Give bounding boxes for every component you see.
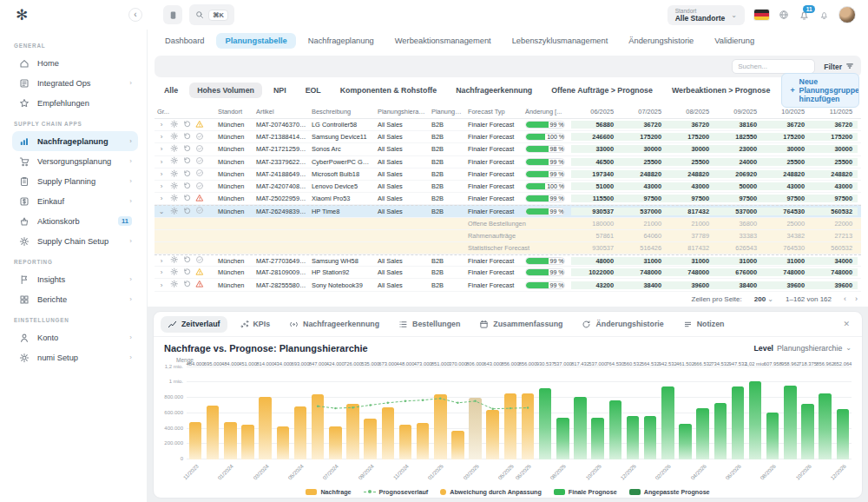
row-settings-icon[interactable] [170,144,179,155]
sidebar-item-home[interactable]: Home [12,53,138,73]
close-panel-icon[interactable]: ✕ [843,320,853,328]
filter-button[interactable]: Filter [824,62,854,72]
sidebar-item-aktionskorb[interactable]: Aktionskorb11 [12,211,138,231]
expand-row-icon[interactable]: › [155,145,168,153]
detail-tab-nachfrageerkennung[interactable]: Nachfrageerkennung [282,316,386,333]
column-header-month[interactable]: 09/2025 [714,108,762,116]
table-row[interactable]: ›MünchenMAT-242074083675Lenovo Device5Al… [155,181,861,193]
column-header-month[interactable]: 11/2025 [810,108,858,116]
table-row[interactable]: ›MünchenMAT-282555806714Sony Notebook39A… [155,279,861,291]
filter-tab-komponenten-rohstoffe[interactable]: Komponenten & Rohstoffe [332,83,444,98]
row-history-icon[interactable] [183,207,192,217]
tab-werbeaktionsmanagement[interactable]: Werbeaktionsmanagement [386,33,500,49]
row-settings-icon[interactable] [170,207,179,217]
docs-icon[interactable] [163,5,182,24]
sidebar-collapse-button[interactable]: ‹ [128,8,142,22]
row-history-icon[interactable] [183,280,192,290]
tab-lebenszyklusmanagement[interactable]: Lebenszyklusmanagement [503,33,617,49]
expand-row-icon[interactable]: › [155,121,168,129]
detail-tab-notizen[interactable]: Notizen [676,316,732,333]
row-history-icon[interactable] [183,182,192,192]
column-header-month[interactable]: 07/2025 [619,108,667,116]
row-settings-icon[interactable] [170,156,179,167]
row-settings-icon[interactable] [170,120,179,130]
row-history-icon[interactable] [183,120,192,130]
table-row[interactable]: ›MünchenMAT-207463703311LG Controller58A… [155,119,861,131]
filter-tab-eol[interactable]: EOL [298,83,329,98]
sidebar-item-empfehlungen[interactable]: Empfehlungen [12,93,138,113]
next-page-button[interactable]: › [855,294,858,303]
filter-tab-hohes-volumen[interactable]: Hohes Volumen [189,83,262,98]
row-history-icon[interactable] [183,194,192,204]
expand-row-icon[interactable]: › [155,170,168,178]
alerts-bell-icon[interactable] [819,10,829,20]
table-row[interactable]: ›MünchenMAT-213884145648Samsung Device11… [155,131,861,143]
table-row[interactable]: ›MünchenMAT-250229597325Xiaomi Pro53All … [155,193,861,205]
expand-row-icon[interactable]: › [155,281,168,289]
tab-dashboard[interactable]: Dashboard [156,33,213,49]
search-input[interactable] [732,59,815,74]
row-settings-icon[interactable] [170,182,179,192]
tab-nderungshistorie[interactable]: Änderungshistorie [620,33,702,49]
table-row[interactable]: ›MünchenMAT-233796222353CyberPowerPC Gam… [155,156,861,168]
row-settings-icon[interactable] [170,194,179,204]
expand-row-icon[interactable]: › [155,257,168,265]
row-history-icon[interactable] [183,144,192,155]
globe-icon[interactable] [779,10,789,20]
column-header-month[interactable]: 10/2025 [762,108,810,116]
row-settings-icon[interactable] [170,169,179,180]
rows-per-page-select[interactable]: 200 ⌄ [754,295,773,303]
row-settings-icon[interactable] [170,255,179,266]
detail-tab-bestellungen[interactable]: Bestellungen [391,316,467,333]
sidebar-item-numi-setup[interactable]: numi Setup› [12,347,138,367]
detail-tab-zusammenfassung[interactable]: Zusammenfassung [472,316,569,333]
sidebar-item-konto[interactable]: Konto› [12,327,138,347]
tab-nachfrageplanung[interactable]: Nachfrageplanung [299,33,383,49]
sidebar-item-versorgungsplanung[interactable]: Versorgungsplanung› [12,151,138,171]
filter-tab-alle[interactable]: Alle [156,83,186,98]
add-planning-group-button[interactable]: +Neue Planungsgruppe hinzufügen▾ [781,73,859,108]
global-search[interactable]: ⌘K [189,4,234,25]
table-row[interactable]: ›MünchenMAT-217212593385Sonos ArcAll Sal… [155,143,861,155]
row-settings-icon[interactable] [170,132,179,142]
table-row[interactable]: ›MünchenMAT-277036492039Samsung WH58All … [155,254,861,267]
standort-selector[interactable]: Standort Alle Standorte ⌄ [667,5,745,25]
table-row[interactable]: ⌄MünchenMAT-26249839949HP Time8All Sales… [155,205,861,217]
row-history-icon[interactable] [183,255,192,266]
expand-row-icon[interactable]: › [155,158,168,166]
sidebar-item-nachfrageplanung[interactable]: Nachfrageplanung› [12,131,138,151]
sidebar-item-berichte[interactable]: Berichte› [12,289,138,309]
user-avatar[interactable] [838,6,856,23]
row-history-icon[interactable] [183,169,192,180]
sidebar-item-supply-planning[interactable]: Supply Planning› [12,171,138,191]
level-selector[interactable]: Level Planungshierarchie ⌄ [753,344,852,353]
detail-tab-nderungshistorie[interactable]: Änderungshistorie [575,316,670,333]
column-header-month[interactable]: 06/2025 [571,108,619,116]
expand-row-icon[interactable]: › [155,195,168,202]
expand-row-icon[interactable]: › [155,268,168,276]
sidebar-item-einkauf[interactable]: Einkauf› [12,191,138,211]
tab-validierung[interactable]: Validierung [706,33,763,49]
tab-planungstabelle[interactable]: Planungstabelle [216,33,295,49]
prev-page-button[interactable]: ‹ [844,294,846,303]
row-history-icon[interactable] [183,156,192,167]
language-flag-icon[interactable] [754,10,769,20]
filter-tab-nachfrageerkennung[interactable]: Nachfrageerkennung [448,83,540,98]
row-settings-icon[interactable] [170,268,179,278]
column-header-month[interactable]: 08/2025 [667,108,714,116]
table-row[interactable]: ›MünchenMAT-241886491608Microsoft Bulb18… [155,168,861,181]
notifications-bell-icon[interactable]: 11 [799,10,810,21]
sidebar-item-insights[interactable]: Insights› [12,269,138,289]
collapse-row-icon[interactable]: ⌄ [155,208,168,215]
expand-row-icon[interactable]: › [155,182,168,190]
table-row[interactable]: ›MünchenMAT-281090096832HP Station92All … [155,267,861,279]
expand-row-icon[interactable]: › [155,133,168,141]
detail-tab-zeitverlauf[interactable]: Zeitverlauf [161,316,227,333]
sidebar-item-integrated-ops[interactable]: Integrated Ops› [12,73,138,93]
filter-tab-npi[interactable]: NPI [266,83,294,98]
row-history-icon[interactable] [183,132,192,142]
sidebar-item-supply-chain-setup[interactable]: Supply Chain Setup› [12,231,138,251]
filter-tab-offene-auftr-ge-prognose[interactable]: Offene Aufträge > Prognose [543,83,661,98]
row-settings-icon[interactable] [170,280,179,290]
detail-tab-kpis[interactable]: KPIs [233,316,278,333]
